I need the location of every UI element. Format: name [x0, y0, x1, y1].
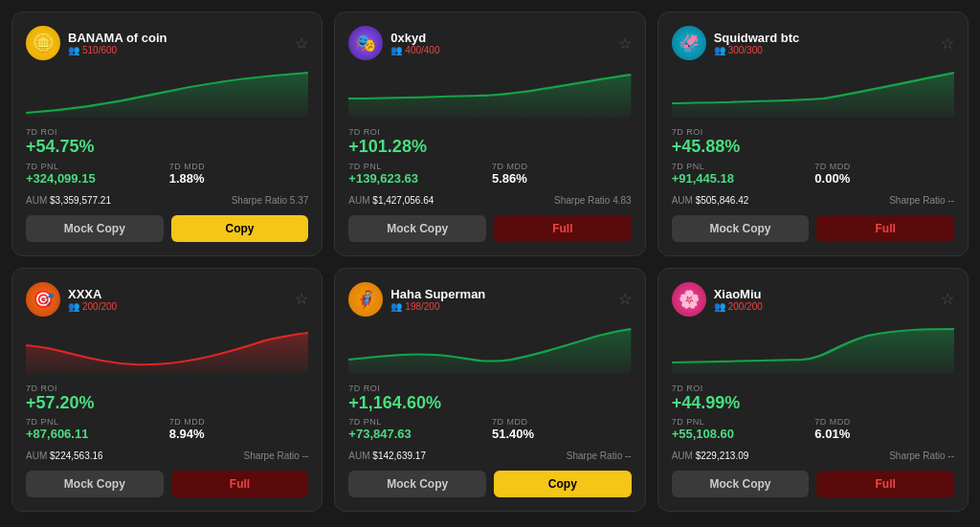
action-buttons: Mock Copy Full — [348, 215, 631, 242]
card-members: 👥 510/600 — [68, 45, 167, 55]
card-header-left: 🎯 XXXA 👥 200/200 — [26, 282, 117, 317]
pnl-mdd-row: 7D PNL +324,099.15 7D MDD 1.88% — [26, 162, 308, 186]
action-buttons: Mock Copy Copy — [348, 471, 631, 497]
mock-copy-button[interactable]: Mock Copy — [348, 471, 486, 497]
pnl-value: +55,108.60 — [672, 427, 812, 441]
roi-value: +101.28% — [348, 137, 427, 158]
roi-row: 7D ROI +45.88% — [672, 127, 954, 158]
mock-copy-button[interactable]: Mock Copy — [348, 215, 486, 242]
avatar: 🎯 — [26, 282, 60, 317]
mdd-label: 7D MDD — [169, 162, 309, 171]
chart-area — [672, 70, 954, 118]
card-squidward: 🦑 Squidward btc 👥 300/300 ☆ — [657, 11, 969, 256]
aum-label: AUM — [672, 195, 693, 206]
pnl-metric: 7D PNL +87,606.11 — [26, 417, 166, 441]
aum-text: AUM $505,846.42 — [672, 195, 749, 206]
mock-copy-button[interactable]: Mock Copy — [26, 471, 164, 497]
mdd-value: 8.94% — [169, 427, 309, 441]
mdd-metric: 7D MDD 0.00% — [814, 162, 954, 186]
aum-row: AUM $3,359,577.21 Sharpe Ratio 5.37 — [26, 195, 308, 206]
roi-label: 7D ROI — [672, 384, 741, 393]
favorite-star-icon[interactable]: ☆ — [941, 34, 954, 53]
card-title-area: 0xkyd 👥 400/400 — [390, 31, 439, 55]
sharpe-label: Sharpe Ratio — [567, 450, 622, 461]
card-name: Squidward btc — [714, 31, 800, 45]
aum-label: AUM — [26, 450, 47, 461]
card-header: 🎯 XXXA 👥 200/200 ☆ — [26, 282, 308, 317]
mock-copy-button[interactable]: Mock Copy — [672, 215, 810, 242]
mdd-label: 7D MDD — [169, 417, 309, 427]
card-header: 🌸 XiaoMiu 👥 200/200 ☆ — [672, 282, 954, 317]
favorite-star-icon[interactable]: ☆ — [618, 290, 632, 308]
pnl-label: 7D PNL — [672, 162, 812, 171]
card-title-area: XiaoMiu 👥 200/200 — [714, 287, 763, 312]
aum-value: $1,427,056.64 — [372, 195, 434, 206]
pnl-value: +87,606.11 — [26, 427, 166, 441]
card-title-area: XXXA 👥 200/200 — [68, 287, 117, 312]
favorite-star-icon[interactable]: ☆ — [941, 290, 954, 308]
full-button[interactable]: Full — [171, 471, 309, 497]
action-buttons: Mock Copy Full — [672, 471, 954, 497]
card-members: 👥 200/200 — [68, 301, 117, 312]
aum-label: AUM — [672, 450, 693, 461]
sharpe-label: Sharpe Ratio — [244, 450, 300, 461]
card-xxxa: 🎯 XXXA 👥 200/200 ☆ — [11, 268, 323, 513]
roi-row: 7D ROI +101.28% — [348, 127, 631, 158]
pnl-metric: 7D PNL +55,108.60 — [672, 417, 812, 441]
roi-row: 7D ROI +54.75% — [26, 127, 308, 158]
action-buttons: Mock Copy Full — [26, 471, 308, 497]
card-xiaomiu: 🌸 XiaoMiu 👥 200/200 ☆ — [657, 268, 969, 513]
roi-value: +1,164.60% — [348, 393, 441, 414]
pnl-mdd-row: 7D PNL +139,623.63 7D MDD 5.86% — [348, 162, 631, 186]
card-name: 0xkyd — [390, 31, 439, 45]
roi-value: +57.20% — [26, 393, 95, 414]
roi-row: 7D ROI +57.20% — [26, 384, 308, 414]
full-button[interactable]: Full — [494, 215, 632, 242]
card-name: XXXA — [68, 287, 117, 301]
roi-label: 7D ROI — [26, 384, 95, 393]
sharpe-label: Sharpe Ratio — [889, 195, 945, 206]
card-name: Haha Superman — [390, 287, 485, 301]
favorite-star-icon[interactable]: ☆ — [618, 34, 632, 53]
avatar: 🎭 — [348, 26, 383, 60]
card-name: BANAMA of coin — [68, 31, 167, 45]
copy-button[interactable]: Copy — [171, 215, 309, 242]
sharpe-label: Sharpe Ratio — [889, 450, 945, 461]
card-title-area: BANAMA of coin 👥 510/600 — [68, 31, 167, 55]
roi-label: 7D ROI — [26, 127, 95, 137]
copy-button[interactable]: Copy — [494, 471, 632, 497]
mock-copy-button[interactable]: Mock Copy — [672, 471, 810, 497]
card-header: 🦸 Haha Superman 👥 198/200 ☆ — [348, 282, 631, 317]
mock-copy-button[interactable]: Mock Copy — [26, 215, 164, 242]
full-button[interactable]: Full — [816, 215, 954, 242]
pnl-metric: 7D PNL +91,445.18 — [672, 162, 812, 186]
full-button[interactable]: Full — [816, 471, 954, 497]
avatar: 🦸 — [348, 282, 383, 317]
pnl-metric: 7D PNL +73,847.63 — [348, 417, 488, 441]
card-members: 👥 200/200 — [714, 301, 763, 312]
aum-row: AUM $505,846.42 Sharpe Ratio -- — [672, 195, 954, 206]
chart-area — [348, 326, 631, 374]
aum-label: AUM — [26, 195, 47, 206]
roi-metric: 7D ROI +44.99% — [672, 384, 741, 414]
aum-row: AUM $142,639.17 Sharpe Ratio -- — [348, 450, 631, 461]
card-header: 🦑 Squidward btc 👥 300/300 ☆ — [672, 26, 954, 60]
aum-text: AUM $229,213.09 — [672, 450, 749, 461]
avatar: 🌸 — [672, 282, 706, 317]
favorite-star-icon[interactable]: ☆ — [295, 34, 308, 53]
pnl-mdd-row: 7D PNL +55,108.60 7D MDD 6.01% — [672, 417, 954, 441]
aum-label: AUM — [348, 450, 369, 461]
mdd-value: 1.88% — [169, 171, 309, 186]
favorite-star-icon[interactable]: ☆ — [295, 290, 308, 308]
roi-value: +45.88% — [672, 137, 741, 158]
aum-text: AUM $142,639.17 — [348, 450, 426, 461]
pnl-value: +139,623.63 — [348, 171, 488, 186]
aum-value: $505,846.42 — [696, 195, 749, 206]
card-header-left: 🪙 BANAMA of coin 👥 510/600 — [26, 26, 167, 60]
roi-label: 7D ROI — [348, 127, 427, 137]
members-icon: 👥 — [390, 45, 402, 55]
chart-area — [348, 70, 631, 118]
roi-label: 7D ROI — [348, 384, 441, 393]
sharpe-value: -- — [625, 450, 632, 461]
mdd-metric: 7D MDD 6.01% — [814, 417, 954, 441]
